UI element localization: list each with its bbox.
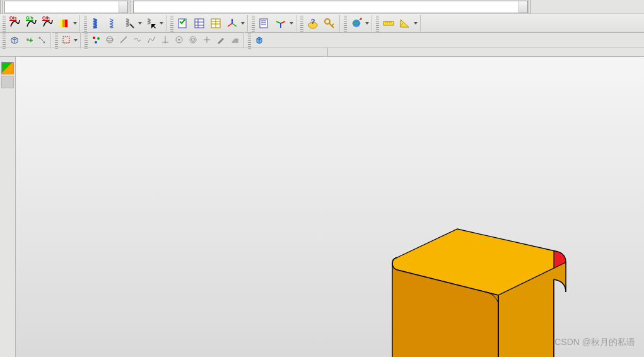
toolbar-grip[interactable] <box>170 15 173 32</box>
dropdown-icon[interactable] <box>73 22 78 25</box>
toolbar-grip[interactable] <box>84 15 87 32</box>
snap-line-button[interactable] <box>117 34 130 47</box>
toolbar-grip[interactable] <box>252 15 255 32</box>
os-curve-button[interactable]: O/s <box>8 16 23 31</box>
connect-button[interactable] <box>35 34 48 47</box>
watermark: CSDN @秋月的私语 <box>554 337 635 348</box>
list-icon <box>259 18 270 29</box>
snap-wedge-button[interactable] <box>228 34 241 47</box>
select-icon <box>62 35 71 45</box>
spreadsheet-button[interactable] <box>192 16 207 31</box>
svg-rect-0 <box>60 20 62 27</box>
svg-rect-36 <box>63 37 69 43</box>
sphere-button[interactable] <box>349 16 364 31</box>
dropdown-icon[interactable] <box>413 22 418 25</box>
angle-button[interactable] <box>397 16 413 31</box>
toolbar-grip[interactable] <box>300 15 303 32</box>
model-thumb[interactable] <box>1 62 14 74</box>
dropdown-icon[interactable] <box>240 22 245 25</box>
separator <box>79 15 81 32</box>
snap-cdot-button[interactable] <box>173 34 185 47</box>
solid-model[interactable] <box>378 207 580 357</box>
svg-point-24 <box>325 19 330 24</box>
svg-point-46 <box>178 39 180 41</box>
separator <box>372 15 373 32</box>
separator <box>296 15 297 32</box>
sphere-icon <box>351 18 362 29</box>
gh-curve-button[interactable]: G/h <box>24 16 39 31</box>
key-button[interactable] <box>322 16 337 31</box>
svg-point-47 <box>190 37 196 43</box>
pencil-icon <box>216 35 226 45</box>
spring-select-button[interactable] <box>143 16 158 31</box>
spring-tool-button[interactable] <box>122 16 137 31</box>
spring-solid-button[interactable] <box>89 16 104 31</box>
dropdown-icon[interactable] <box>289 22 294 25</box>
svg-point-25 <box>353 20 360 27</box>
snap-ring-button[interactable] <box>187 34 199 47</box>
snap-curve-button[interactable] <box>145 34 158 47</box>
snap-ball-button[interactable] <box>103 34 116 47</box>
chevron-down-icon[interactable] <box>518 1 527 13</box>
help-button[interactable]: ? <box>305 16 320 31</box>
toolbar-grip[interactable] <box>3 15 6 32</box>
ring-icon <box>189 35 198 45</box>
dropdown-icon[interactable] <box>159 22 164 25</box>
scurve-icon <box>147 35 156 45</box>
grip[interactable] <box>529 0 532 14</box>
spring-outline-button[interactable] <box>105 16 120 31</box>
svg-rect-1 <box>62 20 65 27</box>
snap-plus-button[interactable] <box>201 34 213 47</box>
toolbar-grip[interactable] <box>344 15 347 32</box>
ball-icon <box>105 35 115 45</box>
add-center-button[interactable] <box>21 34 34 47</box>
oh-curve-button[interactable]: O/h <box>40 16 56 31</box>
toolbar-grip[interactable] <box>248 32 251 49</box>
chevron-down-icon[interactable] <box>119 1 127 13</box>
combo-1[interactable] <box>4 0 129 14</box>
conn-icon <box>37 35 47 45</box>
paint-strip-button[interactable] <box>57 16 72 31</box>
svg-line-14 <box>232 23 237 26</box>
dropdown-icon[interactable] <box>365 22 370 25</box>
combo-1-value[interactable] <box>5 1 119 13</box>
svg-point-37 <box>93 37 95 39</box>
separator <box>50 32 52 49</box>
snap-pencil-button[interactable] <box>214 34 227 47</box>
dropdown-icon[interactable] <box>138 22 143 25</box>
viewport[interactable] <box>16 57 644 357</box>
triaxis-button[interactable] <box>273 16 288 31</box>
select-rect-button[interactable] <box>60 34 73 47</box>
side-panel <box>0 57 16 357</box>
checklist-icon <box>177 18 189 29</box>
grid-icon <box>210 18 221 29</box>
axis-button[interactable] <box>225 16 240 31</box>
key-icon <box>324 18 335 29</box>
list-toggle-button[interactable] <box>257 16 272 31</box>
ruler-button[interactable] <box>381 16 396 31</box>
dropdown-icon[interactable] <box>73 39 78 42</box>
snap-vert-button[interactable] <box>159 34 172 47</box>
cube-button[interactable] <box>253 34 266 47</box>
toolbar-grip[interactable] <box>85 32 88 49</box>
snap-atoms-button[interactable] <box>90 34 102 47</box>
vaxis-icon <box>161 35 170 45</box>
toolbar-grip[interactable] <box>3 32 6 49</box>
combo-2[interactable] <box>132 0 529 14</box>
wave-icon <box>133 35 143 45</box>
line-icon <box>119 35 129 45</box>
snap-wave-button[interactable] <box>131 34 144 47</box>
svg-text:?: ? <box>311 18 315 25</box>
box-iso-button[interactable] <box>8 34 20 47</box>
separator <box>166 15 167 32</box>
toolbar-grip[interactable] <box>55 32 58 49</box>
svg-line-20 <box>276 21 281 23</box>
combo-2-value[interactable] <box>134 1 518 13</box>
cube-icon <box>255 35 264 45</box>
svg-line-42 <box>120 37 127 43</box>
props-grid-button[interactable] <box>208 16 223 31</box>
part-thumb[interactable] <box>1 76 14 88</box>
check-list-button[interactable] <box>175 16 190 31</box>
toolbar-grip[interactable] <box>376 15 379 32</box>
sheet-icon <box>194 18 205 29</box>
